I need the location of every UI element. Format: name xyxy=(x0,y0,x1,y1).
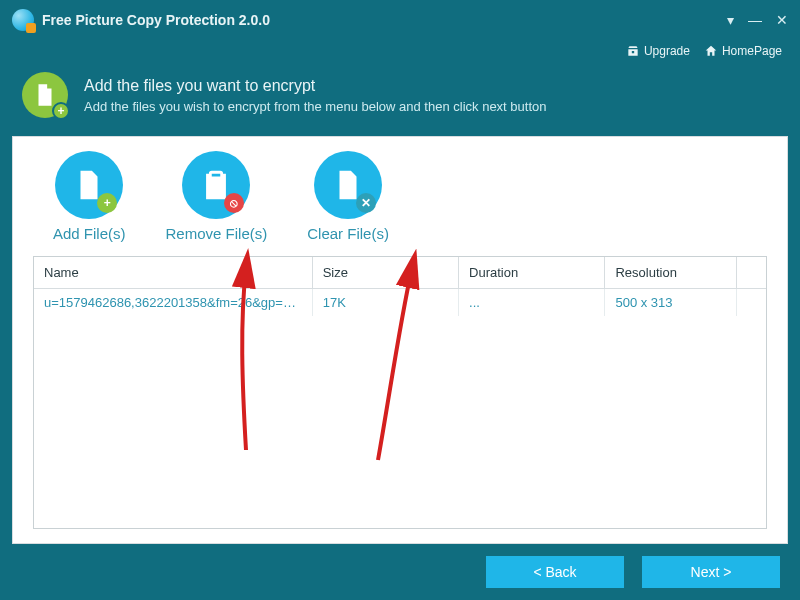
table-header-row: Name Size Duration Resolution xyxy=(34,257,766,289)
remove-files-circle: ⦸ xyxy=(182,151,250,219)
upgrade-label: Upgrade xyxy=(644,44,690,58)
upgrade-icon xyxy=(626,44,640,58)
add-files-circle: + xyxy=(55,151,123,219)
header-add-file-icon: + xyxy=(22,72,68,118)
col-spacer xyxy=(737,257,766,289)
cell-duration: ... xyxy=(459,289,605,317)
footer-bar: < Back Next > xyxy=(0,544,800,600)
cell-size: 17K xyxy=(312,289,458,317)
minimize-button[interactable]: — xyxy=(748,12,762,28)
remove-files-label: Remove File(s) xyxy=(166,225,268,242)
add-files-button[interactable]: + Add File(s) xyxy=(53,151,126,242)
pin-icon[interactable]: ▾ xyxy=(727,12,734,28)
content-card: + Add File(s) ⦸ Remove File(s) ✕ Clear F… xyxy=(12,136,788,544)
page-subtitle: Add the files you wish to encrypt from t… xyxy=(84,99,546,114)
app-window: Free Picture Copy Protection 2.0.0 ▾ — ✕… xyxy=(0,0,800,600)
title-bar: Free Picture Copy Protection 2.0.0 ▾ — ✕ xyxy=(0,0,800,40)
clear-icon: ✕ xyxy=(356,193,376,213)
top-toolbar: Upgrade HomePage xyxy=(0,40,800,60)
table-row[interactable]: u=1579462686,3622201358&fm=26&gp=0.... 1… xyxy=(34,289,766,317)
clear-files-circle: ✕ xyxy=(314,151,382,219)
page-header: + Add the files you want to encrypt Add … xyxy=(0,60,800,136)
upgrade-link[interactable]: Upgrade xyxy=(626,44,690,58)
next-button[interactable]: Next > xyxy=(642,556,780,588)
action-row: + Add File(s) ⦸ Remove File(s) ✕ Clear F… xyxy=(13,137,787,252)
back-button[interactable]: < Back xyxy=(486,556,624,588)
col-duration[interactable]: Duration xyxy=(459,257,605,289)
plus-icon: + xyxy=(97,193,117,213)
remove-icon: ⦸ xyxy=(224,193,244,213)
plus-badge-icon: + xyxy=(52,102,70,120)
cell-resolution: 500 x 313 xyxy=(605,289,737,317)
col-resolution[interactable]: Resolution xyxy=(605,257,737,289)
window-controls: ▾ — ✕ xyxy=(727,12,788,28)
clear-files-button[interactable]: ✕ Clear File(s) xyxy=(307,151,389,242)
homepage-label: HomePage xyxy=(722,44,782,58)
file-table: Name Size Duration Resolution u=15794626… xyxy=(34,257,766,316)
homepage-link[interactable]: HomePage xyxy=(704,44,782,58)
cell-name: u=1579462686,3622201358&fm=26&gp=0.... xyxy=(34,289,312,317)
remove-files-button[interactable]: ⦸ Remove File(s) xyxy=(166,151,268,242)
clear-files-label: Clear File(s) xyxy=(307,225,389,242)
add-files-label: Add File(s) xyxy=(53,225,126,242)
col-size[interactable]: Size xyxy=(312,257,458,289)
app-logo-icon xyxy=(12,9,34,31)
window-title: Free Picture Copy Protection 2.0.0 xyxy=(42,12,270,28)
page-title: Add the files you want to encrypt xyxy=(84,77,546,95)
page-header-texts: Add the files you want to encrypt Add th… xyxy=(84,77,546,114)
home-icon xyxy=(704,44,718,58)
col-name[interactable]: Name xyxy=(34,257,312,289)
file-table-wrap[interactable]: Name Size Duration Resolution u=15794626… xyxy=(33,256,767,529)
close-button[interactable]: ✕ xyxy=(776,12,788,28)
